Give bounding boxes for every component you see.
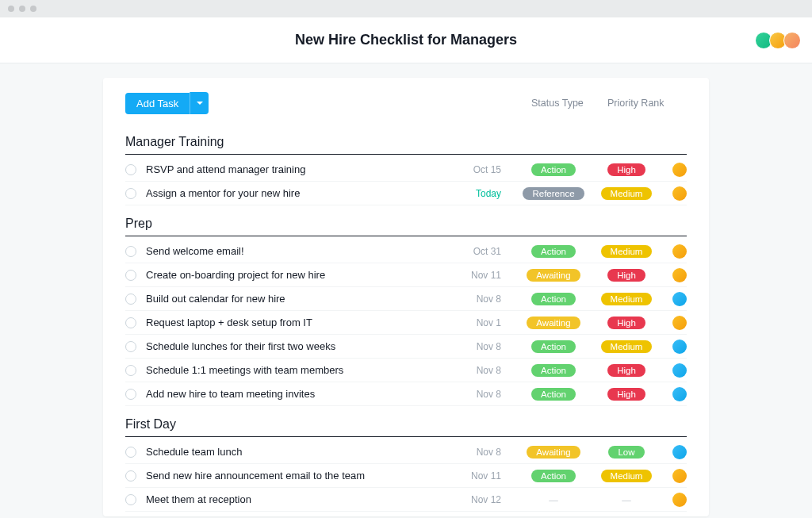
task-name[interactable]: Schedule team lunch (146, 446, 457, 458)
status-cell[interactable]: Action (517, 364, 590, 377)
avatar[interactable] (783, 32, 801, 49)
collaborators[interactable] (758, 32, 801, 49)
task-name[interactable]: Request laptop + desk setup from IT (146, 317, 457, 328)
column-headers: Status Type Priority Rank (531, 98, 687, 109)
status-cell[interactable]: Action (517, 470, 590, 482)
task-name[interactable]: Build out calendar for new hire (146, 293, 457, 305)
task-name[interactable]: Schedule lunches for their first two wee… (146, 340, 457, 352)
priority-cell[interactable]: — (595, 493, 658, 506)
priority-pill: Medium (601, 187, 653, 200)
status-cell[interactable]: Action (517, 163, 590, 176)
task-row[interactable]: Schedule team lunchNov 8AwaitingLow (125, 440, 687, 464)
priority-cell[interactable]: Medium (595, 340, 658, 353)
status-cell[interactable]: — (517, 493, 590, 506)
assignee-cell[interactable] (658, 244, 687, 259)
task-row[interactable]: Schedule 1:1 meetings with team membersN… (125, 359, 687, 382)
priority-cell[interactable]: Low (595, 446, 658, 459)
task-row[interactable]: Request laptop + desk setup from ITNov 1… (125, 311, 687, 335)
task-row[interactable]: Assign a mentor for your new hireTodayRe… (125, 182, 687, 205)
priority-cell[interactable]: High (595, 163, 658, 176)
card-toolbar: Add Task Status Type Priority Rank (125, 92, 687, 114)
assignee-cell[interactable] (658, 340, 687, 354)
task-row[interactable]: Send welcome email!Oct 31ActionMedium (125, 240, 687, 263)
task-name[interactable]: RSVP and attend manager training (146, 163, 457, 175)
task-row[interactable]: Meet them at receptionNov 12—— (125, 488, 687, 512)
status-pill: Action (531, 364, 576, 377)
priority-cell[interactable]: High (595, 269, 658, 282)
priority-cell[interactable]: Medium (595, 293, 658, 305)
status-pill: Action (531, 293, 576, 305)
task-checkbox[interactable] (125, 164, 136, 175)
task-row[interactable]: Create on-boarding project for new hireN… (125, 263, 687, 287)
task-name[interactable]: Assign a mentor for your new hire (146, 187, 457, 199)
task-checkbox[interactable] (125, 294, 136, 305)
priority-cell[interactable]: Medium (595, 187, 658, 200)
task-date: Nov 12 (457, 494, 501, 505)
task-name[interactable]: Create on-boarding project for new hire (146, 269, 457, 281)
task-checkbox[interactable] (125, 270, 136, 281)
window-titlebar (0, 0, 812, 17)
assignee-cell[interactable] (658, 469, 687, 483)
task-row[interactable]: Schedule lunches for their first two wee… (125, 335, 687, 359)
page-title: New Hire Checklist for Managers (295, 32, 517, 48)
task-checkbox[interactable] (125, 246, 136, 257)
task-card: Add Task Status Type Priority Rank Manag… (103, 78, 709, 516)
task-name[interactable]: Meet them at reception (146, 493, 457, 505)
status-cell[interactable]: Action (517, 293, 590, 305)
add-task-button[interactable]: Add Task (125, 93, 190, 114)
add-task-dropdown[interactable] (190, 92, 209, 114)
assignee-cell[interactable] (658, 387, 687, 401)
task-date: Today (457, 188, 501, 199)
priority-pill: Medium (601, 340, 653, 353)
task-row[interactable]: Build out calendar for new hireNov 8Acti… (125, 287, 687, 311)
task-row[interactable]: Add new hire to team meeting invitesNov … (125, 382, 687, 406)
status-cell[interactable]: Action (517, 340, 590, 353)
priority-cell[interactable]: High (595, 364, 658, 377)
task-checkbox[interactable] (125, 188, 136, 199)
assignee-cell[interactable] (658, 292, 687, 306)
assignee-cell[interactable] (658, 268, 687, 282)
task-checkbox[interactable] (125, 470, 136, 482)
assignee-avatar (672, 363, 687, 378)
task-checkbox[interactable] (125, 389, 136, 400)
task-name[interactable]: Add new hire to team meeting invites (146, 388, 457, 400)
status-cell[interactable]: Awaiting (517, 446, 590, 459)
priority-cell[interactable]: High (595, 388, 658, 401)
assignee-cell[interactable] (658, 493, 687, 507)
assignee-cell[interactable] (658, 363, 687, 378)
task-row[interactable]: Send new hire announcement email to the … (125, 464, 687, 488)
status-pill: Reference (523, 187, 584, 200)
task-name[interactable]: Send welcome email! (146, 245, 457, 257)
section-title[interactable]: Prep (125, 210, 687, 236)
priority-cell[interactable]: High (595, 317, 658, 329)
priority-cell[interactable]: Medium (595, 245, 658, 258)
assignee-cell[interactable] (658, 445, 687, 459)
assignee-cell[interactable] (658, 163, 687, 177)
status-cell[interactable]: Reference (517, 187, 590, 200)
task-checkbox[interactable] (125, 447, 136, 458)
task-checkbox[interactable] (125, 317, 136, 328)
task-checkbox[interactable] (125, 365, 136, 376)
assignee-avatar (672, 268, 687, 282)
chevron-down-icon (196, 99, 204, 107)
status-pill: Awaiting (527, 317, 580, 329)
priority-pill: Low (608, 446, 644, 459)
section: Manager TrainingRSVP and attend manager … (125, 129, 687, 205)
status-cell[interactable]: Action (517, 245, 590, 258)
assignee-cell[interactable] (658, 316, 687, 330)
status-cell[interactable]: Awaiting (517, 317, 590, 329)
task-row[interactable]: RSVP and attend manager trainingOct 15Ac… (125, 158, 687, 182)
task-checkbox[interactable] (125, 494, 136, 505)
task-name[interactable]: Schedule 1:1 meetings with team members (146, 364, 457, 376)
priority-pill: Medium (601, 470, 653, 482)
assignee-cell[interactable] (658, 186, 687, 201)
section-title[interactable]: First Day (125, 411, 687, 437)
task-checkbox[interactable] (125, 341, 136, 352)
status-cell[interactable]: Awaiting (517, 269, 590, 282)
task-name[interactable]: Send new hire announcement email to the … (146, 470, 457, 482)
task-date: Nov 8 (457, 447, 501, 458)
section-title[interactable]: Manager Training (125, 129, 687, 155)
priority-pill: High (607, 388, 645, 401)
status-cell[interactable]: Action (517, 388, 590, 401)
priority-cell[interactable]: Medium (595, 470, 658, 482)
